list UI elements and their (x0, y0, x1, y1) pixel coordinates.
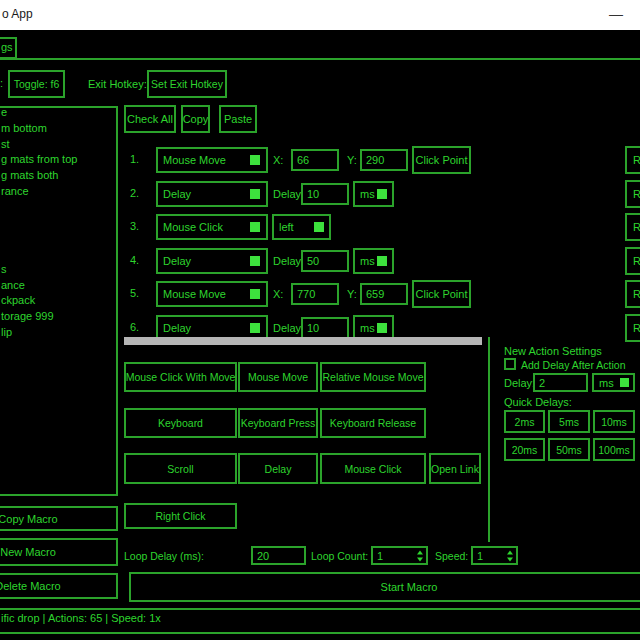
y-input[interactable]: 659 (360, 283, 408, 305)
add-mouse-move-button[interactable]: Mouse Move (238, 362, 318, 392)
macro-list-item[interactable]: lip (1, 324, 12, 340)
delete-macro-button[interactable]: Delete Macro (0, 573, 118, 599)
add-right-click-button[interactable]: Right Click (124, 503, 237, 529)
quick-delays-label: Quick Delays: (504, 396, 572, 408)
dropdown-indicator-icon (250, 155, 260, 165)
dropdown-indicator-icon (377, 189, 387, 199)
delay-input[interactable]: 10 (301, 317, 349, 339)
remove-action-button[interactable]: R (625, 247, 640, 275)
quick-delay-100ms-button[interactable]: 100ms (593, 438, 635, 461)
copy-macro-button[interactable]: Copy Macro (0, 506, 118, 531)
remove-action-button[interactable]: R (625, 314, 640, 342)
action-type-dropdown[interactable]: Mouse Click (156, 214, 268, 240)
click-point-button[interactable]: Click Point (412, 280, 471, 308)
quick-delay-5ms-button[interactable]: 5ms (548, 410, 590, 433)
spinner-down-icon[interactable] (507, 557, 513, 561)
check-all-button[interactable]: Check All (124, 105, 176, 133)
add-scroll-button[interactable]: Scroll (124, 453, 237, 484)
start-macro-button[interactable]: Start Macro (129, 572, 640, 602)
unit-value: ms (599, 377, 614, 389)
add-open-link-button[interactable]: Open Link (429, 453, 481, 484)
add-delay-label: Add Delay After Action (521, 359, 625, 371)
set-exit-hotkey-button[interactable]: Set Exit Hotkey (147, 70, 227, 98)
dropdown-indicator-icon (314, 222, 324, 232)
unit-value: ms (360, 188, 375, 200)
macro-list-item[interactable]: ance (1, 277, 25, 293)
x-label: X: (273, 154, 283, 166)
speed-value: 1 (477, 550, 483, 562)
add-keyboard-press-button[interactable]: Keyboard Press (238, 408, 318, 438)
remove-action-button[interactable]: R (625, 146, 640, 174)
quick-delay-50ms-button[interactable]: 50ms (548, 438, 590, 461)
copy-button[interactable]: Copy (181, 105, 210, 133)
add-keyboard-release-button[interactable]: Keyboard Release (320, 408, 426, 438)
spinner-arrows[interactable] (417, 550, 423, 561)
speed-spinner[interactable]: 1 (471, 546, 518, 565)
spinner-arrows[interactable] (507, 550, 513, 561)
x-input[interactable]: 66 (291, 149, 339, 171)
macro-list-item[interactable]: e (1, 104, 7, 120)
loop-delay-input[interactable]: 20 (251, 546, 306, 565)
window-title: o App (2, 7, 33, 21)
action-index: 6. (130, 321, 139, 333)
macro-list-item[interactable]: torage 999 (1, 308, 54, 324)
add-keyboard-button[interactable]: Keyboard (124, 408, 237, 438)
spinner-up-icon[interactable] (507, 550, 513, 554)
new-delay-input[interactable]: 2 (533, 373, 588, 392)
settings-tab-label: gs (1, 41, 13, 53)
toggle-hotkey-button[interactable]: Toggle: f6 (8, 70, 65, 98)
add-mouse-click-button[interactable]: Mouse Click (320, 453, 426, 484)
add-relative-mouse-move-button[interactable]: Relative Mouse Move (320, 362, 426, 392)
quick-delay-20ms-button[interactable]: 20ms (504, 438, 545, 461)
app-window: o App — gs : Toggle: f6 Exit Hotkey: Set… (0, 0, 640, 640)
remove-action-button[interactable]: R (625, 213, 640, 241)
y-input[interactable]: 290 (360, 149, 408, 171)
mouse-button-dropdown[interactable]: left (272, 214, 331, 240)
remove-action-button[interactable]: R (625, 180, 640, 208)
new-macro-button[interactable]: New Macro (0, 538, 118, 566)
remove-action-button[interactable]: R (625, 280, 640, 308)
click-point-button[interactable]: Click Point (412, 146, 471, 174)
minimize-button[interactable]: — (596, 0, 636, 28)
macro-list-item[interactable]: rance (1, 183, 29, 199)
new-delay-label: Delay: (504, 377, 535, 389)
macro-list-item[interactable]: g mats both (1, 167, 58, 183)
quick-delay-2ms-button[interactable]: 2ms (504, 410, 545, 433)
actions-horizontal-scrollbar[interactable] (124, 337, 482, 345)
loop-count-spinner[interactable]: 1 (371, 546, 428, 565)
new-delay-unit-dropdown[interactable]: ms (592, 373, 635, 392)
macro-list-item[interactable]: s (1, 261, 7, 277)
action-index: 2. (130, 187, 139, 199)
quick-delay-10ms-button[interactable]: 10ms (593, 410, 635, 433)
status-bar-top-divider (0, 608, 640, 610)
delay-input[interactable]: 10 (301, 183, 349, 205)
unit-dropdown[interactable]: ms (353, 181, 394, 207)
dropdown-indicator-icon (377, 256, 387, 266)
spinner-down-icon[interactable] (417, 557, 423, 561)
action-type-value: Mouse Move (163, 154, 226, 166)
x-input[interactable]: 770 (291, 283, 339, 305)
action-type-dropdown[interactable]: Mouse Move (156, 281, 268, 307)
spinner-up-icon[interactable] (417, 550, 423, 554)
add-delay-checkbox[interactable] (504, 358, 516, 370)
delay-label: Delay (273, 188, 301, 200)
macro-list-item[interactable]: st (1, 136, 10, 152)
hotkey-label-fragment: : (0, 77, 3, 89)
dropdown-indicator-icon (250, 222, 260, 232)
dropdown-indicator-icon (250, 323, 260, 333)
paste-button[interactable]: Paste (219, 105, 257, 133)
speed-label: Speed: (435, 550, 468, 562)
new-action-settings-title: New Action Settings (504, 345, 602, 357)
macro-list-item[interactable]: ckpack (1, 292, 35, 308)
unit-dropdown[interactable]: ms (353, 248, 394, 274)
action-type-value: Mouse Click (163, 221, 223, 233)
action-type-dropdown[interactable]: Mouse Move (156, 147, 268, 173)
macro-list-item[interactable]: g mats from top (1, 151, 77, 167)
add-mouse-click-with-move-button[interactable]: Mouse Click With Move (124, 362, 237, 392)
action-type-dropdown[interactable]: Delay (156, 248, 268, 274)
macro-list-item[interactable]: m bottom (1, 120, 47, 136)
action-type-dropdown[interactable]: Delay (156, 181, 268, 207)
delay-input[interactable]: 50 (301, 250, 349, 272)
add-delay-button[interactable]: Delay (238, 453, 318, 484)
action-type-value: Delay (163, 255, 191, 267)
